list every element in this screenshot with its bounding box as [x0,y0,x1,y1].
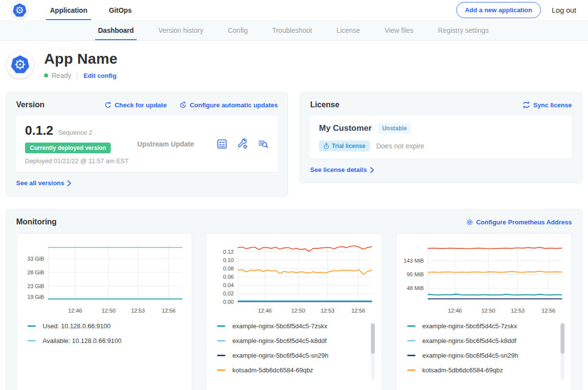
version-number: 0.1.2 [25,123,53,138]
svg-text:12:53: 12:53 [131,308,145,314]
svg-text:143 MiB: 143 MiB [403,258,423,264]
legend-scrollbar-thumb[interactable] [561,323,564,354]
svg-text:0.00: 0.00 [223,299,234,305]
stopwatch-icon [323,143,329,149]
svg-text:12:56: 12:56 [541,308,555,314]
svg-text:12:46: 12:46 [258,308,272,314]
chevron-right-icon [67,180,72,186]
sync-license-label: Sync license [533,101,572,109]
version-actions-links: Check for update Configure automatic upd… [104,101,278,109]
tab-version-history[interactable]: Version history [153,20,208,40]
deployed-timestamp: Deployed 01/21/22 @ 11:57 am EST [25,157,137,165]
view-files-icon[interactable] [257,138,269,150]
config-wrench-icon[interactable] [237,138,248,150]
see-all-versions-link[interactable]: See all versions [16,179,72,187]
see-all-versions-label: See all versions [16,179,64,187]
release-notes-icon[interactable] [216,138,228,150]
legend-item: Available: 10.128.0.66:9100 [27,337,177,344]
license-expiry: Does not expire [376,142,424,150]
svg-text:12:46: 12:46 [68,308,82,314]
legend-swatch [407,340,416,341]
memory-usage-chart: 48 MiB95 MiB143 MiB12:4612:5012:5312:56 [402,240,565,317]
legend-label: Available: 10.128.0.66:9100 [43,337,122,344]
version-action-icons [216,138,269,150]
svg-text:95 MiB: 95 MiB [407,271,424,277]
gear-icon [466,219,473,226]
disk-usage-chart-card: 19 GiB23 GiB28 GiB33 GiB12:4612:5012:531… [16,233,192,390]
tab-label: Config [228,26,247,34]
legend-label: example-nginx-5bc6f5d4c5-k8ddf [422,337,516,344]
legend-item: Used: 10.128.0.66:9100 [27,322,177,330]
legend-scrollbar-thumb[interactable] [371,323,375,354]
tab-label: Version history [158,26,203,34]
version-panel-header: Version Check for update Configure au [16,100,278,109]
logout-button[interactable]: Log out [552,6,576,14]
nav-item-label: Application [50,6,87,14]
svg-text:12:53: 12:53 [511,308,524,314]
add-application-button[interactable]: Add a new application [456,2,541,18]
disk-usage-legend: Used: 10.128.0.66:9100Available: 10.128.… [27,322,186,352]
svg-text:0.10: 0.10 [223,257,234,263]
status-dot-icon [44,73,48,77]
sync-icon [522,101,530,108]
status-text: Ready [51,72,71,79]
svg-text:12:56: 12:56 [162,308,175,314]
sync-license-link[interactable]: Sync license [522,101,572,109]
tab-label: Troubleshoot [272,26,312,34]
cards-row: Version Check for update Configure au [0,92,588,196]
monitoring-panel: Monitoring Configure Prometheus Address … [6,209,582,390]
tab-registry-settings[interactable]: Registry settings [433,20,493,40]
current-version-card: 0.1.2 Sequence 2 Currently deployed vers… [16,116,278,172]
tab-license[interactable]: License [332,20,365,40]
check-for-update-link[interactable]: Check for update [104,101,167,109]
configure-automatic-updates-link[interactable]: Configure automatic updates [179,101,278,109]
legend-item: example-nginx-5bc6f5d4c5-k8ddf [217,337,367,344]
nav-item-gitops[interactable]: GitOps [105,0,136,20]
license-panel: License Sync license My Customer Unstabl… [300,92,582,183]
svg-text:12:50: 12:50 [481,308,495,314]
see-license-details-row: See license details [310,165,572,174]
configure-automatic-updates-label: Configure automatic updates [190,101,278,109]
legend-item: kotsadm-5db6dc6584-69qbz [217,366,367,374]
page-title: App Name [44,50,118,67]
refresh-icon [104,101,112,109]
cpu-usage-chart: 0.000.020.040.060.080.100.1212:4612:5012… [212,240,375,317]
tab-label: View files [385,26,414,34]
svg-text:23 GiB: 23 GiB [27,283,44,289]
nav-item-application[interactable]: Application [46,0,91,20]
tab-config[interactable]: Config [223,20,252,40]
svg-text:0.02: 0.02 [223,291,234,296]
legend-item: example-nginx-5bc6f5d4c5-sn29h [217,352,367,359]
tab-troubleshoot[interactable]: Troubleshoot [267,20,317,40]
tab-view-files[interactable]: View files [380,20,418,40]
license-title: License [310,100,340,109]
legend-scrollbar-track [371,322,375,380]
configure-prometheus-link[interactable]: Configure Prometheus Address [466,219,572,226]
svg-text:12:53: 12:53 [321,308,335,314]
configure-prometheus-label: Configure Prometheus Address [476,219,572,226]
chart-title: Memory Usage [402,381,565,390]
svg-text:48 MiB: 48 MiB [407,285,424,291]
tab-dashboard[interactable]: Dashboard [93,20,139,40]
see-license-details-link[interactable]: See license details [310,166,374,173]
chevron-right-icon [370,167,374,173]
charts-row: 19 GiB23 GiB28 GiB33 GiB12:4612:5012:531… [16,233,572,390]
kubernetes-logo[interactable] [11,1,28,19]
version-panel: Version Check for update Configure au [6,92,288,196]
app-avatar [6,50,34,79]
check-for-update-label: Check for update [115,101,167,109]
cpu-usage-chart-card: 0.000.020.040.060.080.100.1212:4612:5012… [206,233,382,390]
cpu-usage-legend: example-nginx-5bc6f5d4c5-7zskxexample-ng… [217,322,375,381]
chart-title: Disk Usage [23,381,186,390]
edit-config-link[interactable]: Edit config [83,72,116,79]
legend-item: example-nginx-5bc6f5d4c5-k8ddf [407,337,557,344]
legend-swatch [407,369,416,371]
legend-swatch [407,325,416,327]
svg-text:0.06: 0.06 [223,274,234,280]
kubernetes-logo-icon [12,3,27,18]
clock-refresh-icon [179,101,187,109]
memory-usage-chart-card: 48 MiB95 MiB143 MiB12:4612:5012:5312:56 … [396,233,572,390]
app-tabs: Dashboard Version history Config Trouble… [0,20,588,41]
legend-label: Used: 10.128.0.66:9100 [43,322,111,330]
legend-label: example-nginx-5bc6f5d4c5-sn29h [232,352,328,359]
